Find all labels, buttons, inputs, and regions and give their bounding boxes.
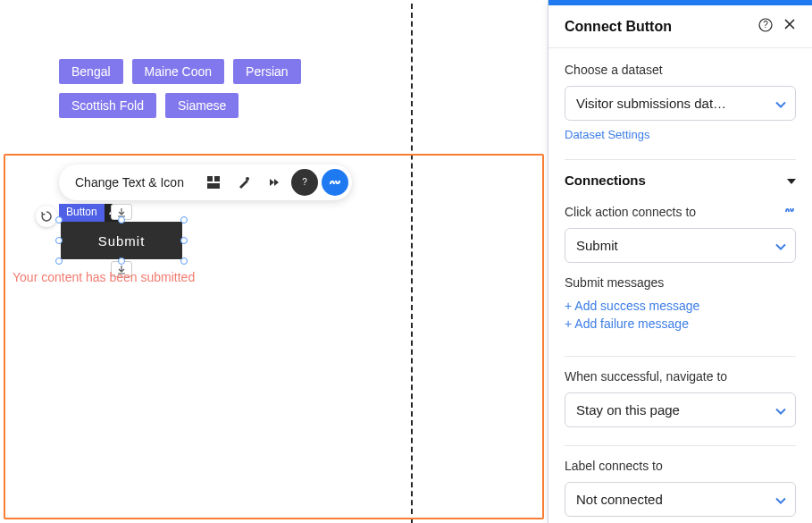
- click-action-select[interactable]: Submit: [565, 228, 796, 263]
- canvas-stage[interactable]: Bengal Maine Coon Persian Scottish Fold …: [0, 0, 548, 523]
- resize-handle[interactable]: [180, 257, 188, 265]
- chevron-down-icon: [775, 492, 786, 507]
- resize-handle[interactable]: [55, 257, 63, 265]
- label-connect-select[interactable]: Not connected: [565, 482, 796, 517]
- history-icon[interactable]: [36, 206, 57, 227]
- submit-messages-label: Submit messages: [565, 275, 796, 290]
- svg-rect-1: [214, 176, 220, 181]
- label-connect-value: Not connected: [576, 492, 663, 507]
- resize-handle[interactable]: [180, 216, 188, 224]
- connect-panel: Connect Button ? Choose a dataset Visito…: [548, 0, 812, 523]
- connections-heading[interactable]: Connections: [565, 160, 796, 191]
- change-text-and-icon-button[interactable]: Change Text & Icon: [63, 168, 197, 197]
- svg-rect-0: [207, 176, 213, 181]
- tag-item[interactable]: Scottish Fold: [59, 93, 156, 118]
- dataset-settings-link[interactable]: Dataset Settings: [565, 128, 649, 141]
- resize-handle[interactable]: [118, 216, 125, 224]
- svg-text:?: ?: [302, 177, 307, 187]
- tag-item[interactable]: Siamese: [165, 93, 239, 118]
- navigate-group: When successful, navigate to Stay on thi…: [565, 369, 796, 427]
- navigate-select[interactable]: Stay on this page: [565, 392, 796, 427]
- tag-item[interactable]: Maine Coon: [132, 59, 225, 84]
- panel-help-icon[interactable]: ?: [758, 18, 773, 35]
- tag-item[interactable]: Persian: [233, 59, 300, 84]
- panel-close-icon[interactable]: [783, 18, 796, 35]
- label-connect-group: Label connects to Not connected: [565, 459, 796, 517]
- dataset-select[interactable]: Visitor submissions dat…: [565, 86, 796, 121]
- navigate-value: Stay on this page: [576, 402, 680, 418]
- chevron-down-icon: [775, 402, 786, 418]
- element-type-label: Button: [59, 204, 105, 222]
- tag-item[interactable]: Bengal: [59, 59, 123, 84]
- submit-messages-group: Submit messages + Add success message + …: [565, 275, 796, 331]
- selected-button-element[interactable]: Submit: [61, 222, 182, 259]
- dataset-group: Choose a dataset Visitor submissions dat…: [565, 48, 796, 160]
- resize-handle[interactable]: [55, 216, 63, 224]
- resize-handle[interactable]: [180, 237, 188, 244]
- label-connects-to-label: Label connects to: [565, 459, 796, 473]
- dataset-select-value: Visitor submissions dat…: [576, 96, 726, 111]
- layout-icon[interactable]: [200, 169, 227, 196]
- tag-list: Bengal Maine Coon Persian Scottish Fold …: [59, 59, 327, 118]
- click-action-value: Submit: [576, 238, 618, 253]
- resize-handle[interactable]: [55, 237, 63, 244]
- submission-status-text: Your content has been submitted: [13, 270, 195, 284]
- collapse-icon: [787, 173, 796, 188]
- chevron-down-icon: [775, 96, 786, 111]
- add-failure-message-link[interactable]: + Add failure message: [565, 316, 796, 331]
- dataset-label: Choose a dataset: [565, 63, 796, 77]
- element-toolbar: Change Text & Icon ?: [59, 164, 352, 200]
- selection-handles: [59, 220, 184, 261]
- panel-header: Connect Button ?: [548, 5, 812, 48]
- svg-point-3: [246, 177, 249, 181]
- chevron-down-icon: [775, 238, 786, 253]
- animation-icon[interactable]: [261, 169, 288, 196]
- add-success-message-link[interactable]: + Add success message: [565, 299, 796, 313]
- click-action-label: Click action connects to: [565, 205, 696, 219]
- navigate-label: When successful, navigate to: [565, 369, 796, 384]
- click-action-group: Click action connects to Submit: [565, 204, 796, 263]
- help-icon[interactable]: ?: [291, 169, 318, 196]
- resize-handle[interactable]: [118, 257, 125, 265]
- data-connected-icon: [783, 204, 796, 219]
- connections-heading-label: Connections: [565, 173, 646, 188]
- panel-title: Connect Button: [565, 19, 672, 35]
- data-connect-icon[interactable]: [322, 169, 348, 196]
- svg-rect-2: [207, 183, 220, 189]
- svg-text:?: ?: [763, 20, 768, 30]
- design-icon[interactable]: [230, 169, 257, 196]
